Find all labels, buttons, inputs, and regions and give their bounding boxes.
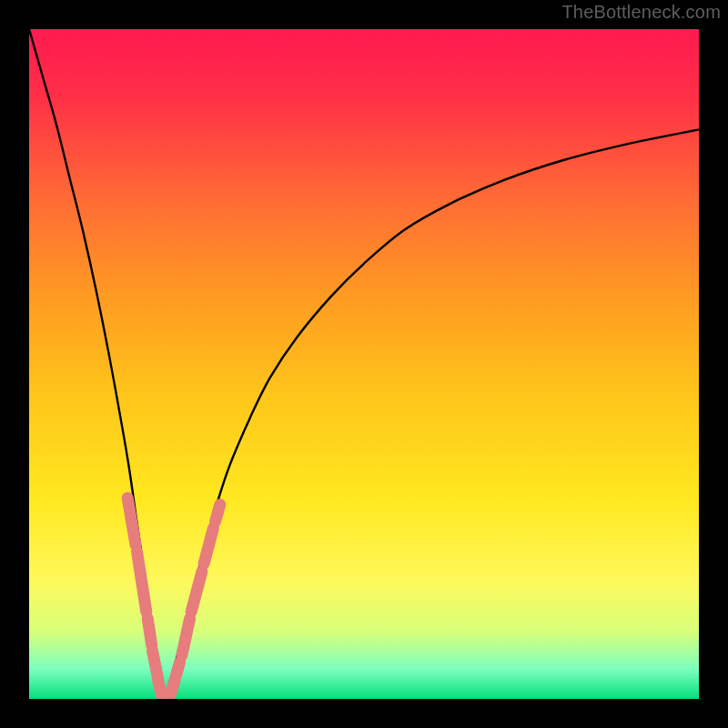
marker-segment bbox=[147, 619, 151, 645]
gradient-background bbox=[29, 29, 699, 699]
watermark-text: TheBottleneck.com bbox=[561, 2, 721, 23]
marker-segment bbox=[216, 505, 220, 521]
marker-segment bbox=[171, 662, 180, 693]
chart-frame bbox=[29, 29, 699, 699]
bottleneck-chart bbox=[29, 29, 699, 699]
marker-segment bbox=[182, 619, 190, 655]
marker-segment bbox=[152, 651, 157, 677]
marker-segment bbox=[127, 498, 136, 545]
